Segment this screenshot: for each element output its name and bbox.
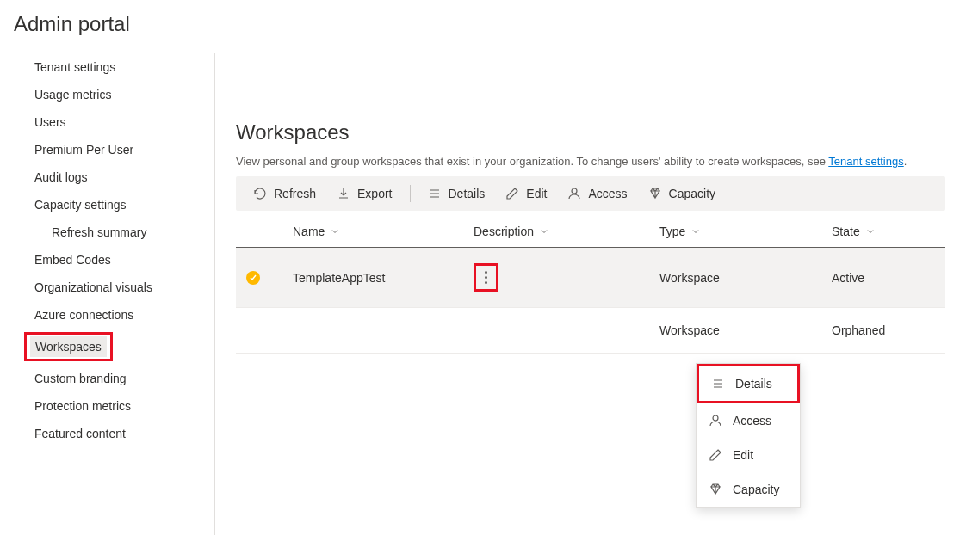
person-icon bbox=[709, 414, 722, 428]
column-name-label: Name bbox=[293, 225, 325, 238]
main-heading: Workspaces bbox=[236, 53, 945, 155]
sidebar-item-azure-connections[interactable]: Azure connections bbox=[0, 301, 214, 329]
chevron-down-icon bbox=[330, 226, 340, 237]
column-header-description[interactable]: Description bbox=[474, 225, 659, 238]
context-menu: Details Access Edit Capacity bbox=[696, 363, 801, 508]
column-type-label: Type bbox=[659, 225, 685, 238]
access-label: Access bbox=[588, 187, 627, 200]
context-item-access[interactable]: Access bbox=[697, 403, 800, 438]
sidebar-item-users[interactable]: Users bbox=[0, 108, 214, 136]
highlight-annotation-details: Details bbox=[697, 364, 800, 403]
capacity-button[interactable]: Capacity bbox=[640, 183, 724, 204]
download-icon bbox=[337, 187, 350, 200]
subtext-period: . bbox=[904, 155, 907, 168]
chevron-down-icon bbox=[865, 226, 876, 237]
cell-type: Workspace bbox=[659, 323, 832, 337]
refresh-button[interactable]: Refresh bbox=[245, 183, 325, 204]
layout: Tenant settings Usage metrics Users Prem… bbox=[0, 53, 966, 535]
check-icon bbox=[246, 271, 260, 285]
list-icon bbox=[711, 377, 725, 391]
list-icon bbox=[428, 187, 442, 200]
table-row[interactable]: TemplateAppTest Workspace Active bbox=[236, 248, 945, 308]
edit-button[interactable]: Edit bbox=[497, 183, 555, 204]
column-header-state[interactable]: State bbox=[832, 225, 935, 238]
sidebar-item-embed-codes[interactable]: Embed Codes bbox=[0, 246, 214, 274]
chevron-down-icon bbox=[690, 226, 701, 237]
cell-name: TemplateAppTest bbox=[293, 271, 474, 285]
sidebar-item-custom-branding[interactable]: Custom branding bbox=[0, 365, 214, 392]
sidebar-item-premium-per-user[interactable]: Premium Per User bbox=[0, 136, 214, 163]
cell-state: Orphaned bbox=[832, 323, 935, 337]
pencil-icon bbox=[709, 448, 722, 462]
more-options-button[interactable] bbox=[485, 271, 487, 284]
details-button[interactable]: Details bbox=[419, 183, 494, 204]
cell-description bbox=[474, 263, 659, 292]
export-label: Export bbox=[357, 187, 392, 200]
sidebar-item-refresh-summary[interactable]: Refresh summary bbox=[0, 218, 214, 246]
sidebar-item-tenant-settings[interactable]: Tenant settings bbox=[0, 53, 214, 81]
refresh-label: Refresh bbox=[274, 187, 316, 200]
highlight-annotation-more bbox=[474, 263, 498, 292]
context-details-label: Details bbox=[735, 377, 772, 391]
svg-point-0 bbox=[572, 188, 577, 194]
person-icon bbox=[567, 187, 581, 200]
pencil-icon bbox=[505, 187, 519, 200]
column-header-name[interactable]: Name bbox=[293, 225, 474, 238]
toolbar: Refresh Export Details Edit Access Cap bbox=[236, 176, 945, 211]
grid-header: Name Description Type State bbox=[236, 211, 945, 248]
main-subtext: View personal and group workspaces that … bbox=[236, 155, 945, 176]
cell-state: Active bbox=[832, 271, 935, 285]
column-description-label: Description bbox=[474, 225, 534, 238]
details-label: Details bbox=[449, 187, 486, 200]
subtext-text: View personal and group workspaces that … bbox=[236, 155, 828, 168]
diamond-icon bbox=[648, 187, 662, 200]
toolbar-separator bbox=[410, 185, 411, 202]
chevron-down-icon bbox=[539, 226, 549, 237]
sidebar: Tenant settings Usage metrics Users Prem… bbox=[0, 53, 215, 535]
main-content: Workspaces View personal and group works… bbox=[215, 53, 966, 535]
table-row[interactable]: Workspace Orphaned bbox=[236, 308, 945, 354]
refresh-icon bbox=[253, 187, 267, 200]
edit-label: Edit bbox=[526, 187, 547, 200]
sidebar-item-workspaces[interactable]: Workspaces bbox=[30, 336, 107, 357]
context-edit-label: Edit bbox=[733, 448, 753, 462]
export-button[interactable]: Export bbox=[328, 183, 400, 204]
highlight-annotation-sidebar: Workspaces bbox=[24, 332, 113, 361]
column-header-type[interactable]: Type bbox=[659, 225, 832, 238]
diamond-icon bbox=[709, 483, 722, 496]
sidebar-item-capacity-settings[interactable]: Capacity settings bbox=[0, 191, 214, 218]
capacity-label: Capacity bbox=[669, 187, 715, 200]
column-state-label: State bbox=[832, 225, 860, 238]
context-item-edit[interactable]: Edit bbox=[697, 438, 800, 472]
context-capacity-label: Capacity bbox=[733, 483, 779, 496]
sidebar-item-protection-metrics[interactable]: Protection metrics bbox=[0, 392, 214, 420]
tenant-settings-link[interactable]: Tenant settings bbox=[828, 155, 903, 168]
sidebar-item-featured-content[interactable]: Featured content bbox=[0, 420, 214, 447]
svg-point-1 bbox=[713, 415, 718, 421]
page-title: Admin portal bbox=[0, 0, 966, 36]
access-button[interactable]: Access bbox=[559, 183, 635, 204]
sidebar-item-usage-metrics[interactable]: Usage metrics bbox=[0, 81, 214, 108]
context-item-details[interactable]: Details bbox=[699, 366, 797, 401]
sidebar-item-audit-logs[interactable]: Audit logs bbox=[0, 163, 214, 191]
context-access-label: Access bbox=[733, 414, 771, 428]
sidebar-item-organizational-visuals[interactable]: Organizational visuals bbox=[0, 274, 214, 301]
context-item-capacity[interactable]: Capacity bbox=[697, 472, 800, 507]
cell-type: Workspace bbox=[659, 271, 832, 285]
